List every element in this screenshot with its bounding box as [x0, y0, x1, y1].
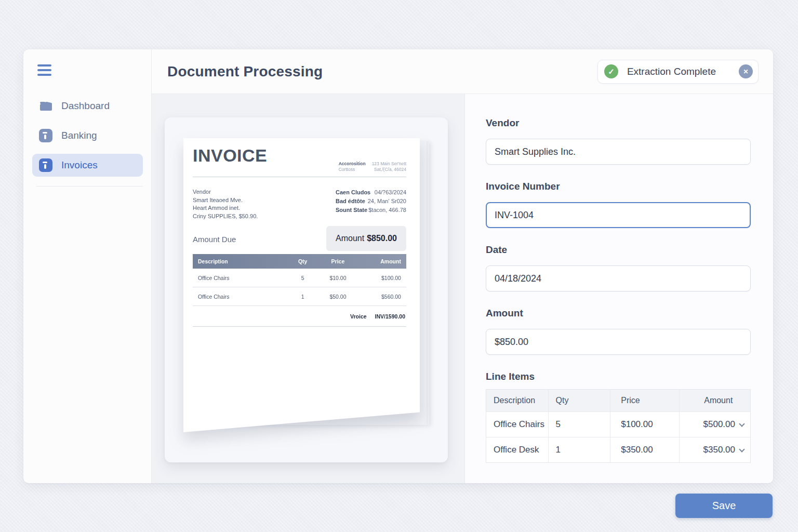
vendor-label: Vendor: [486, 117, 751, 129]
doc-divider: [193, 177, 406, 177]
date-label: Date: [486, 244, 751, 256]
folder-icon: [39, 99, 52, 113]
col-qty: Qty: [548, 390, 610, 412]
invoice-document: INVOICE Accorosition Corttoss 123 Main S…: [183, 138, 420, 432]
doc-footer-label: Vroice: [350, 313, 367, 320]
table-row: Office Chairs 5 $100.00 $500.00: [486, 412, 751, 437]
cell-description: Office Desk: [486, 437, 549, 463]
invoice-doc-title: INVOICE: [193, 145, 267, 166]
line-items-table: Description Qty Price Amount Office Chai…: [486, 389, 751, 463]
doc-table-footer: Vroice INV/1590.00: [193, 306, 406, 327]
invoice-number-field[interactable]: [486, 202, 751, 228]
sidebar: Dashboard Banking Invoices: [23, 49, 152, 483]
doc-col-amount: Amount: [360, 258, 406, 264]
doc-detail-value: 24, Man' Sr020: [368, 198, 406, 204]
doc-vendor-label: Vendor: [193, 188, 258, 196]
line-items-label: Line Items: [486, 371, 751, 382]
doc-header-sublabel: Corttoss: [339, 167, 366, 172]
content-area: INVOICE Accorosition Corttoss 123 Main S…: [152, 94, 773, 483]
doc-detail-label: Caen Cludos: [336, 189, 370, 195]
cell-amount: $350.00: [679, 437, 750, 463]
extracted-fields-panel: Vendor Invoice Number Date Amount Line I…: [465, 94, 773, 483]
table-row: Office Desk 1 $350.00 $350.00: [486, 437, 751, 463]
page-title: Document Processing: [167, 63, 323, 80]
col-price: Price: [610, 390, 679, 412]
sidebar-item-label: Banking: [61, 130, 97, 141]
doc-col-qty: Qty: [289, 258, 316, 264]
doc-header-label: Accorosition: [339, 161, 366, 167]
cell-qty: 1: [548, 437, 610, 463]
doc-line-items-table: Description Qty Price Amount Office Chai…: [193, 254, 406, 327]
page-header: Document Processing ✓ Extraction Complet…: [152, 49, 773, 94]
doc-detail-label: Sount State: [336, 207, 367, 213]
doc-footer-value: INV/1590.00: [375, 313, 405, 320]
doc-detail-label: Bad édtôte: [336, 198, 365, 204]
doc-table-header: Description Qty Price Amount: [193, 254, 406, 269]
doc-amount-box-label: Amount: [336, 234, 364, 243]
doc-detail-value: 04/?63/2024: [375, 189, 406, 195]
doc-detail-value: $tacon, 466.78: [368, 207, 406, 213]
doc-col-price: Price: [316, 258, 359, 264]
doc-vendor-block: Vendor Smart Iteaoed Mve. Heart Ammod in…: [193, 188, 258, 220]
doc-table-row: Office Chairs 5 $10.00 $100.00: [193, 269, 406, 287]
doc-table-row: Office Chairs 1 $50.00 $560.00: [193, 287, 406, 306]
hamburger-menu-icon[interactable]: [37, 64, 51, 76]
document-preview-card: INVOICE Accorosition Corttoss 123 Main S…: [165, 117, 448, 462]
doc-vendor-line: Smart Iteaoed Mve.: [193, 196, 258, 205]
sidebar-item-banking[interactable]: Banking: [23, 124, 151, 147]
doc-vendor-line: Criny SUPPLIES, $50.90.: [193, 212, 258, 221]
sidebar-item-label: Invoices: [61, 159, 98, 171]
doc-address-line1: 123 Main Ser'nett: [372, 161, 406, 167]
doc-address-line2: Sat,/(C/a, 46024: [372, 167, 406, 172]
sidebar-nav: Dashboard Banking Invoices: [23, 95, 151, 177]
cell-description: Office Chairs: [486, 412, 549, 437]
sidebar-item-dashboard[interactable]: Dashboard: [23, 95, 151, 117]
doc-amount-highlight: Amount $850.00: [326, 226, 406, 251]
doc-amount-due-label: Amount Due: [193, 235, 236, 244]
date-field[interactable]: [486, 265, 751, 291]
invoice-doc-header-block: Accorosition Corttoss 123 Main Ser'nett …: [339, 161, 406, 172]
line-items-header-row: Description Qty Price Amount: [486, 390, 751, 412]
invoice-paper: INVOICE Accorosition Corttoss 123 Main S…: [183, 138, 429, 434]
banking-icon: [39, 129, 52, 142]
vendor-field[interactable]: [486, 139, 751, 165]
doc-amount-box-value: $850.00: [367, 234, 397, 243]
amount-label: Amount: [486, 308, 751, 319]
check-icon: ✓: [604, 64, 618, 78]
status-badge-label: Extraction Complete: [627, 66, 716, 77]
cell-price: $100.00: [610, 412, 679, 437]
document-preview-area: INVOICE Accorosition Corttoss 123 Main S…: [152, 94, 465, 483]
cell-price: $350.00: [610, 437, 679, 463]
extraction-status-badge: ✓ Extraction Complete ✕: [597, 60, 759, 84]
invoice-number-label: Invoice Number: [486, 181, 751, 192]
chevron-down-icon[interactable]: [739, 446, 744, 452]
amount-field[interactable]: [486, 329, 751, 355]
col-description: Description: [486, 390, 549, 412]
app-card: Dashboard Banking Invoices Document Proc…: [23, 49, 773, 483]
sidebar-divider: [36, 186, 143, 187]
save-button[interactable]: Save: [675, 494, 773, 518]
sidebar-item-invoices[interactable]: Invoices: [32, 154, 143, 177]
doc-col-description: Description: [193, 258, 289, 264]
col-amount: Amount: [679, 390, 750, 412]
cell-qty: 5: [548, 412, 610, 437]
main-area: Document Processing ✓ Extraction Complet…: [152, 49, 773, 483]
invoice-icon: [39, 158, 52, 172]
doc-vendor-line: Heart Ammod inet.: [193, 204, 258, 212]
close-icon[interactable]: ✕: [739, 64, 753, 78]
sidebar-item-label: Dashboard: [61, 100, 110, 112]
chevron-down-icon[interactable]: [739, 421, 744, 427]
cell-amount: $500.00: [679, 412, 750, 437]
doc-details-block: Caen Cludos 04/?63/2024 Bad édtôte 24, M…: [336, 189, 406, 216]
